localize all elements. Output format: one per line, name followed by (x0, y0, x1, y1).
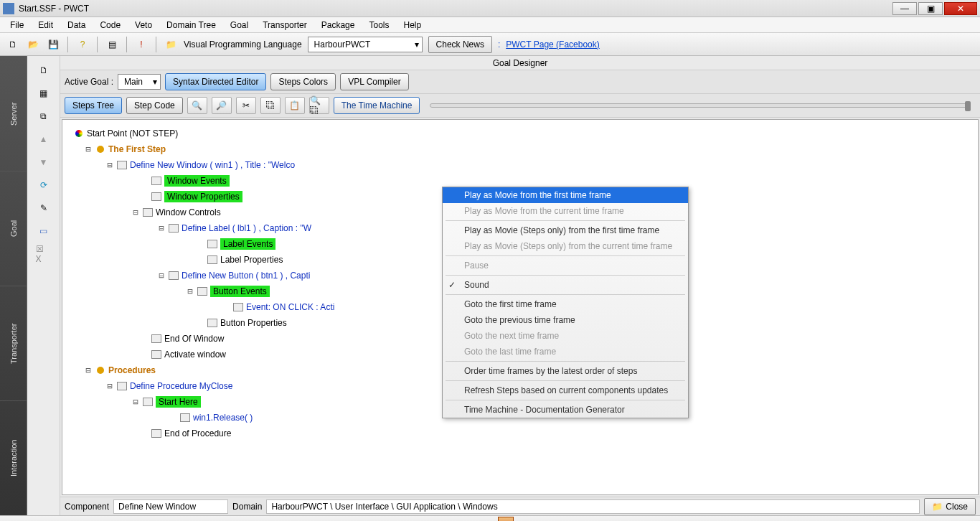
pencil-icon[interactable]: ✎ (36, 201, 52, 215)
copy-icon[interactable]: ⿻ (260, 97, 281, 114)
minimize-button[interactable]: — (892, 2, 917, 15)
tree-window-events[interactable]: Window Events (164, 175, 230, 187)
menu-data[interactable]: Data (62, 19, 91, 32)
collapse-icon[interactable]: ⊟ (131, 397, 140, 407)
check-news-button[interactable]: Check News (428, 36, 492, 53)
folder-icon[interactable]: 📁 (164, 37, 178, 52)
maximize-button[interactable]: ▣ (918, 2, 943, 15)
page-icon[interactable]: 🗋 (36, 63, 52, 78)
icon-column: 🗋 ▦ ⧉ ▲ ▼ ⟳ ✎ ▭ ☒ X (27, 56, 60, 515)
help-icon[interactable]: ? (75, 37, 90, 52)
menu-code[interactable]: Code (94, 19, 126, 32)
open-file-icon[interactable]: 📂 (26, 37, 40, 52)
time-slider[interactable] (430, 103, 970, 108)
vpl-combo-value: HarbourPWCT (314, 39, 371, 50)
tree-root[interactable]: Start Point (NOT STEP) (87, 128, 178, 139)
tree-win-release[interactable]: win1.Release( ) (193, 413, 253, 423)
menu-package[interactable]: Package (316, 19, 361, 32)
menu-edit[interactable]: Edit (32, 19, 59, 32)
tree-def-button[interactable]: Define New Button ( btn1 ) , Capti (182, 271, 310, 281)
menu-domain-tree[interactable]: Domain Tree (161, 19, 222, 32)
collapse-icon[interactable]: ⊟ (105, 160, 114, 170)
active-goal-combo[interactable]: Main (118, 74, 161, 90)
collapse-icon[interactable]: ⊟ (131, 207, 140, 217)
menu-tools[interactable]: Tools (363, 19, 395, 32)
menu-item-label: Play as Movie from the current time fram… (464, 206, 624, 216)
refresh-icon[interactable]: ⟳ (36, 178, 52, 192)
menu-item[interactable]: Goto the first time frame (443, 296, 688, 312)
save-file-icon[interactable]: 💾 (46, 37, 60, 52)
vpl-compiler-button[interactable]: VPL Compiler (340, 73, 409, 90)
menu-item[interactable]: Play as Movie (Steps only) from the firs… (443, 222, 688, 238)
collapse-icon[interactable]: ⊟ (186, 286, 194, 296)
menu-separator (446, 380, 685, 381)
box-icon (143, 208, 153, 217)
collapse-icon[interactable]: ⊟ (84, 365, 93, 375)
sidetab-server[interactable]: Server (0, 56, 27, 171)
tree-label-events[interactable]: Label Events (220, 238, 275, 250)
menu-goal[interactable]: Goal (225, 19, 254, 32)
menu-item: Goto the last time frame (443, 344, 688, 360)
up-arrow-icon[interactable]: ▲ (36, 132, 52, 146)
steps-tree-button[interactable]: Steps Tree (65, 97, 122, 114)
menu-item[interactable]: Play as Movie from the first time frame (443, 187, 688, 203)
syntax-directed-editor-button[interactable]: Syntax Directed Editor (165, 73, 266, 90)
menu-separator (446, 361, 685, 362)
close-panel-button[interactable]: 📁Close (924, 498, 976, 515)
sidetab-transporter[interactable]: Transporter (0, 286, 27, 400)
paste-icon[interactable]: 📋 (285, 97, 305, 114)
tree-event-onclick[interactable]: Event: ON CLICK : Acti (246, 302, 334, 312)
exclaim-icon[interactable]: ! (134, 37, 149, 52)
tree-def-procedure[interactable]: Define Procedure MyClose (130, 381, 232, 391)
zoom-in-icon[interactable]: 🔍 (187, 97, 207, 114)
pwct-facebook-link[interactable]: PWCT Page (Facebook) (506, 39, 600, 50)
menu-item[interactable]: ✓Sound (443, 277, 688, 293)
box-icon (207, 240, 217, 248)
steps-colors-button[interactable]: Steps Colors (270, 73, 336, 90)
tree-window-controls[interactable]: Window Controls (156, 207, 221, 217)
collapse-icon[interactable]: ⊟ (105, 381, 114, 391)
menu-item[interactable]: Goto the previous time frame (443, 312, 688, 328)
collapse-icon[interactable]: ⊟ (157, 223, 166, 233)
new-file-icon[interactable]: 🗋 (6, 37, 20, 52)
menu-transporter[interactable]: Transporter (257, 19, 313, 32)
tree-button-properties[interactable]: Button Properties (220, 318, 287, 328)
menu-veto[interactable]: Veto (129, 19, 158, 32)
step-code-button[interactable]: Step Code (126, 97, 183, 114)
workspace: Server Goal Transporter Interaction 🗋 ▦ … (0, 56, 980, 515)
grid-icon[interactable]: ▦ (36, 86, 52, 100)
menu-file[interactable]: File (4, 19, 29, 32)
tree-button-events[interactable]: Button Events (210, 286, 270, 297)
component-status-row: Component Define New Window Domain Harbo… (60, 497, 980, 515)
tree-activate-window[interactable]: Activate window (164, 349, 226, 360)
components-icon[interactable]: ⧉ (36, 109, 52, 123)
tree-start-here[interactable]: Start Here (156, 396, 201, 408)
menu-item[interactable]: Time Machine - Documentation Generator (443, 402, 688, 418)
cut-icon[interactable]: ✂ (236, 97, 256, 114)
vpl-combo[interactable]: HarbourPWCT (308, 37, 423, 52)
sidetab-interaction[interactable]: Interaction (0, 400, 27, 515)
tree-end-procedure[interactable]: End of Procedure (164, 428, 231, 438)
menu-item[interactable]: Refresh Steps based on current component… (443, 382, 688, 398)
window-icon[interactable]: ▭ (36, 224, 52, 238)
status-tool-icon[interactable] (498, 517, 514, 522)
time-machine-button[interactable]: The Time Machine (334, 97, 420, 114)
tree-end-window[interactable]: End Of Window (164, 334, 224, 344)
menu-help[interactable]: Help (397, 19, 427, 32)
find-icon[interactable]: 🔍⿻ (309, 97, 329, 114)
list-icon[interactable]: ▤ (105, 37, 119, 52)
zoom-out-icon[interactable]: 🔎 (212, 97, 232, 114)
collapse-icon[interactable]: ⊟ (157, 271, 166, 281)
tree-label-properties[interactable]: Label Properties (220, 255, 283, 265)
tree-procedures[interactable]: Procedures (108, 365, 156, 375)
close-button[interactable]: ✕ (944, 2, 977, 15)
tree-def-window[interactable]: Define New Window ( win1 ) , Title : "We… (130, 160, 295, 170)
tree-window-properties[interactable]: Window Properties (164, 191, 242, 202)
checkbox-x-icon[interactable]: ☒ X (36, 247, 52, 261)
tree-first-step[interactable]: The First Step (108, 144, 166, 154)
down-arrow-icon[interactable]: ▼ (36, 155, 52, 169)
tree-def-label[interactable]: Define Label ( lbl1 ) , Caption : "W (182, 223, 311, 233)
collapse-icon[interactable]: ⊟ (84, 144, 93, 154)
menu-item[interactable]: Order time frames by the latest order of… (443, 363, 688, 379)
sidetab-goal[interactable]: Goal (0, 171, 27, 286)
